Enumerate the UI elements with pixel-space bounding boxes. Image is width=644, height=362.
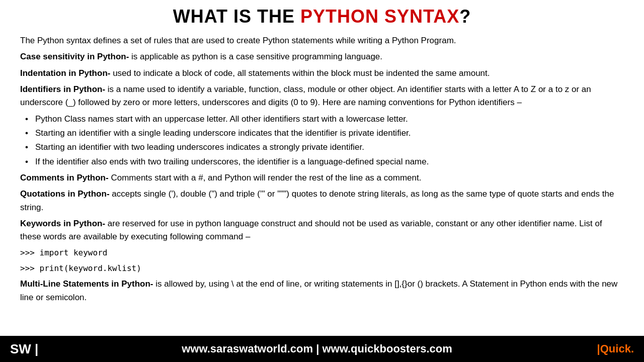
quotations-text: accepts single ('), double (") and tripl… xyxy=(20,189,614,212)
footer-url1[interactable]: www.saraswatworld.com xyxy=(182,342,313,355)
title-prefix: WHAT IS THE xyxy=(173,6,300,27)
main-content: WHAT IS THE PYTHON SYNTAX? The Python sy… xyxy=(0,0,644,336)
case-sensitivity-paragraph: Case sensitivity in Python- is applicabl… xyxy=(20,50,624,63)
footer-separator: | xyxy=(316,342,322,355)
footer-url2[interactable]: www.quickboosters.com xyxy=(322,342,452,355)
page-title: WHAT IS THE PYTHON SYNTAX? xyxy=(20,6,624,27)
keywords-paragraph: Keywords in Python- are reserved for use… xyxy=(20,217,624,244)
identifier-bullets: Python Class names start with an upperca… xyxy=(25,113,624,168)
keywords-text: are reserved for use in python language … xyxy=(20,219,602,241)
list-item: If the identifier also ends with two tra… xyxy=(25,155,624,168)
footer-right: |Quick. xyxy=(584,342,634,355)
code-line-1: >>> import keyword xyxy=(20,247,624,259)
identifiers-paragraph: Identifiers in Python- is a name used to… xyxy=(20,83,624,110)
case-sensitivity-text: is applicable as python is a case sensit… xyxy=(129,52,382,61)
footer-center: www.saraswatworld.com | www.quickbooster… xyxy=(50,342,584,355)
footer: SW | www.saraswatworld.com | www.quickbo… xyxy=(0,336,644,362)
footer-left: SW | xyxy=(10,341,50,357)
content-block: The Python syntax defines a set of rules… xyxy=(20,34,624,304)
keywords-label: Keywords in Python- xyxy=(20,219,105,228)
comments-label: Comments in Python- xyxy=(20,173,109,183)
identifiers-text: is a name used to identify a variable, f… xyxy=(20,84,591,107)
quotations-label: Quotations in Python- xyxy=(20,189,110,199)
indentation-paragraph: Indentation in Python- used to indicate … xyxy=(20,67,624,80)
title-suffix: ? xyxy=(459,6,471,27)
indentation-text: used to indicate a block of code, all st… xyxy=(110,68,490,78)
multiline-paragraph: Multi-Line Statements in Python- is allo… xyxy=(20,278,624,304)
title-highlight: PYTHON SYNTAX xyxy=(300,6,459,27)
list-item: Python Class names start with an upperca… xyxy=(25,113,624,126)
intro-paragraph: The Python syntax defines a set of rules… xyxy=(20,34,624,47)
multiline-label: Multi-Line Statements in Python- xyxy=(20,279,153,289)
list-item: Starting an identifier with two leading … xyxy=(25,141,624,154)
comments-paragraph: Comments in Python- Comments start with … xyxy=(20,171,624,185)
list-item: Starting an identifier with a single lea… xyxy=(25,127,624,140)
comments-text: Comments start with a #, and Python will… xyxy=(109,173,422,183)
code-line-2: >>> print(keyword.kwlist) xyxy=(20,262,624,275)
indentation-label: Indentation in Python- xyxy=(20,68,110,78)
quotations-paragraph: Quotations in Python- accepts single (')… xyxy=(20,188,624,214)
case-sensitivity-label: Case sensitivity in Python- xyxy=(20,52,129,61)
identifiers-label: Identifiers in Python- xyxy=(20,84,105,94)
